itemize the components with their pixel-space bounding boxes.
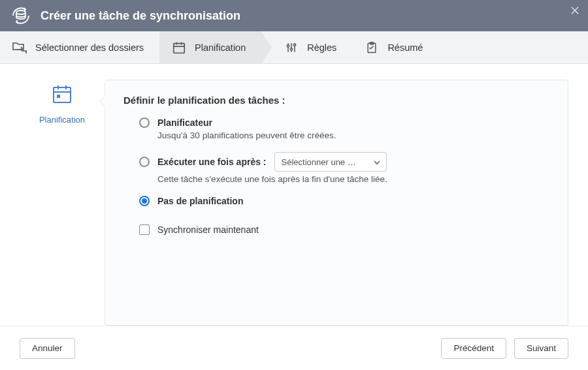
sync-now-label: Synchroniser maintenant <box>157 224 259 235</box>
previous-button[interactable]: Précédent <box>441 338 506 359</box>
calendar-large-icon <box>50 84 74 107</box>
select-placeholder: Sélectionner une … <box>282 157 369 167</box>
step-rules[interactable]: Règles <box>261 31 352 63</box>
run-after-desc: Cette tâche s'exécute une fois après la … <box>157 174 549 184</box>
calendar-icon <box>171 40 187 55</box>
no-schedule-label: Pas de planification <box>157 196 243 206</box>
summary-icon <box>364 40 380 55</box>
close-icon[interactable] <box>568 4 581 17</box>
svg-rect-19 <box>57 95 60 98</box>
svg-point-0 <box>16 10 25 14</box>
step-label: Sélectionner des dossiers <box>35 42 144 53</box>
folders-icon <box>12 40 27 55</box>
step-select-folders[interactable]: Sélectionner des dossiers <box>0 31 159 63</box>
radio-scheduler[interactable] <box>139 117 150 128</box>
schedule-panel: Définir le planification des tâches : Pl… <box>105 80 568 326</box>
next-button[interactable]: Suivant <box>514 338 568 359</box>
scheduler-desc: Jusqu'à 30 planifications peuvent être c… <box>157 131 549 140</box>
scheduler-label: Planificateur <box>157 117 212 128</box>
svg-point-8 <box>287 44 289 46</box>
cancel-button[interactable]: Annuler <box>20 338 75 359</box>
svg-rect-3 <box>174 43 185 53</box>
panel-heading: Définir le planification des tâches : <box>123 95 549 106</box>
step-summary[interactable]: Résumé <box>352 31 438 63</box>
svg-point-12 <box>294 44 296 46</box>
radio-no-schedule[interactable] <box>139 196 150 206</box>
radio-run-after[interactable] <box>139 157 150 167</box>
dialog-title: Créer une tâche de synchronisation <box>41 9 240 23</box>
step-label: Planification <box>195 42 246 53</box>
chevron-down-icon <box>373 157 381 167</box>
dialog-footer: Annuler Précédent Suivant <box>0 326 588 370</box>
step-schedule[interactable]: Planification <box>159 31 261 63</box>
svg-point-10 <box>291 48 293 50</box>
sliders-icon <box>284 40 299 55</box>
svg-rect-15 <box>54 87 71 102</box>
dialog-header: Créer une tâche de synchronisation <box>0 0 588 31</box>
step-label: Règles <box>307 42 336 53</box>
sidebar-label: Planification <box>20 115 105 125</box>
step-label: Résumé <box>387 42 423 53</box>
wizard-stepper: Sélectionner des dossiers Planification … <box>0 31 588 64</box>
sync-icon <box>9 4 33 27</box>
checkbox-sync-now[interactable] <box>139 224 150 235</box>
run-after-label: Exécuter une fois après : <box>157 157 267 167</box>
run-after-select[interactable]: Sélectionner une … <box>274 152 387 172</box>
step-sidebar: Planification <box>20 80 105 326</box>
